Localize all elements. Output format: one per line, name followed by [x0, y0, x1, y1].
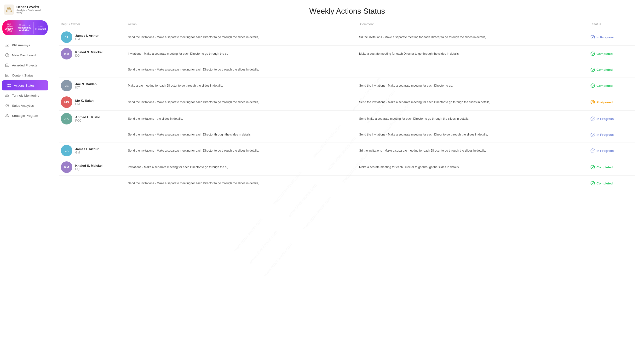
avatar: KM: [61, 48, 72, 60]
status-label: In Progress: [596, 149, 614, 152]
avatar: JB: [61, 80, 72, 91]
status-icon: [590, 51, 595, 56]
sidebar-item-content-status[interactable]: Content Status: [0, 70, 50, 80]
status-label: Completed: [596, 165, 612, 169]
status-label: Completed: [596, 84, 612, 88]
sidebar-item-main-dashboard[interactable]: Main Dashboard: [0, 50, 50, 60]
status-icon: [590, 83, 595, 88]
svg-point-13: [8, 84, 8, 85]
person-info: James I. Arthur GM: [75, 34, 99, 41]
status-icon: [590, 148, 595, 153]
person-name: Joe N. Baiden: [75, 82, 96, 86]
sidebar-item-actions-status-label: Actions Status: [14, 84, 34, 87]
avatar: JA: [61, 31, 72, 43]
person-cell: JB Joe N. Baiden ICT: [61, 80, 128, 91]
person-info: Khaled S. Maickel DQI: [75, 164, 102, 171]
person-info: Ahmed H. Kisho PCC: [75, 115, 100, 122]
person-cell: JA James I. Arthur GM: [61, 145, 128, 156]
person-name: Ahmed H. Kisho: [75, 115, 100, 119]
action-text: invitations - Make a separate meeting fo…: [128, 52, 359, 56]
sidebar-item-main-dashboard-label: Main Dashboard: [12, 54, 36, 57]
nav-items: KPI Analisys Main Dashboard: [0, 38, 50, 123]
comment-text: Make a sesrate meeting for each Director…: [359, 52, 590, 56]
sidebar-item-content-status-label: Content Status: [12, 74, 33, 77]
sidebar-header: Other Level's Analytics Dashboard 2024: [0, 0, 50, 18]
sidebar-item-sales-analytics-label: Sales Analytics: [12, 104, 34, 107]
action-text: Make arate meeting for each Director to …: [128, 83, 359, 88]
sidebar-item-tunnels-label: Tunnels Monitoring: [12, 94, 39, 97]
svg-rect-5: [6, 64, 7, 64]
sidebar-item-strategic-label: Strategic Program: [12, 114, 38, 117]
col-header-status: Status: [592, 22, 636, 26]
status-label: Completed: [596, 52, 612, 56]
comment-text: Make a sesrate meeting for each Director…: [359, 165, 590, 169]
sidebar-item-sales-analytics[interactable]: Sales Analytics: [0, 100, 50, 111]
tunnels-icon: [5, 93, 10, 98]
status-label: In Progress: [596, 36, 614, 39]
status-icon: [590, 132, 595, 137]
status-cell: In Progress: [590, 116, 634, 121]
svg-point-3: [7, 55, 8, 56]
status-cell: Completed: [590, 51, 634, 56]
strategic-icon: [5, 113, 10, 118]
table-row: KM Khaled S. Maickel DQI invitations - M…: [59, 46, 636, 62]
table-row: JB Joe N. Baiden ICT Make arate meeting …: [59, 77, 636, 94]
action-text: Send the invitations - Make a separate m…: [128, 100, 359, 105]
sidebar-item-kpi-label: KPI Analisys: [12, 43, 30, 47]
person-info: Khaled S. Maickel DQI: [75, 50, 102, 57]
projects-icon: [5, 63, 10, 68]
sidebar: Other Level's Analytics Dashboard 2024 L…: [0, 0, 50, 354]
svg-point-15: [8, 86, 8, 87]
status-cell: In Progress: [590, 35, 634, 40]
status-icon: [590, 116, 595, 121]
person-cell: MS Mo K. Salah CMI: [61, 96, 128, 108]
action-text: invitations - Make a separate meeting fo…: [128, 165, 359, 169]
person-cell: KM Khaled S. Maickel DQI: [61, 48, 128, 60]
svg-point-26: [591, 100, 595, 104]
person-name: James I. Arthur: [75, 34, 99, 37]
sidebar-item-strategic-program[interactable]: Strategic Program: [0, 111, 50, 121]
person-dept: GM: [75, 37, 99, 41]
avatar: JA: [61, 145, 72, 156]
table-header: Dept. / Owner Action Comment Status: [59, 22, 636, 28]
person-info: Joe N. Baiden ICT: [75, 82, 96, 89]
comment-text: Send the invitations - Make a separate m…: [359, 83, 590, 88]
action-text: Send the invitations - Make a separate m…: [128, 35, 359, 40]
person-cell: JA James I. Arthur GM: [61, 31, 128, 43]
comment-text: Send Make a separate meeting for each Di…: [359, 117, 590, 121]
person-cell: AK Ahmed H. Kisho PCC: [61, 113, 128, 124]
info-bar: Last Update 20 Nov. 2024 Modified by Moh…: [2, 20, 48, 35]
avatar: MS: [61, 96, 72, 108]
person-info: James I. Arthur GM: [75, 147, 99, 154]
table-row: Send the invitations - Make a separate m…: [59, 175, 636, 191]
person-name: Khaled S. Maickel: [75, 50, 102, 54]
person-name: Khaled S. Maickel: [75, 164, 102, 167]
table-row: Send the invitations - Make a separate m…: [59, 127, 636, 142]
svg-rect-6: [8, 64, 8, 64]
status-label: In Progress: [596, 133, 614, 136]
action-text: Send the invitations - Make a separate m…: [128, 148, 359, 153]
status-cell: Completed: [590, 165, 634, 169]
chart-line-icon: [5, 43, 10, 48]
content-icon: [5, 73, 10, 78]
status-cell: Completed: [590, 67, 634, 72]
person-info: Mo K. Salah CMI: [75, 99, 94, 106]
status-icon: [590, 67, 595, 72]
person-name: James I. Arthur: [75, 147, 99, 151]
brand-subtitle: Analytics Dashboard 2024: [16, 9, 46, 15]
table-body: JA James I. Arthur GM Send the invitatio…: [59, 29, 636, 191]
status-icon: [590, 181, 595, 186]
avatar: KM: [61, 161, 72, 173]
brand-logo: [4, 4, 14, 15]
sidebar-item-actions-status[interactable]: Actions Status: [2, 80, 48, 90]
sidebar-item-tunnels-monitoring[interactable]: Tunnels Monitoring: [0, 90, 50, 100]
status-cell: Completed: [590, 83, 634, 88]
comment-text: Send the invitations - Make a separate m…: [359, 132, 590, 137]
person-name: Mo K. Salah: [75, 99, 94, 102]
col-header-action: Action: [128, 22, 360, 26]
sidebar-item-awarded-projects[interactable]: Awarded Projects: [0, 60, 50, 70]
status-icon: [590, 100, 595, 105]
col-header-comment: Comment: [360, 22, 592, 26]
sidebar-item-kpi[interactable]: KPI Analisys: [0, 40, 50, 50]
comment-text: Sd the invitations - Make a separate mee…: [359, 35, 590, 40]
